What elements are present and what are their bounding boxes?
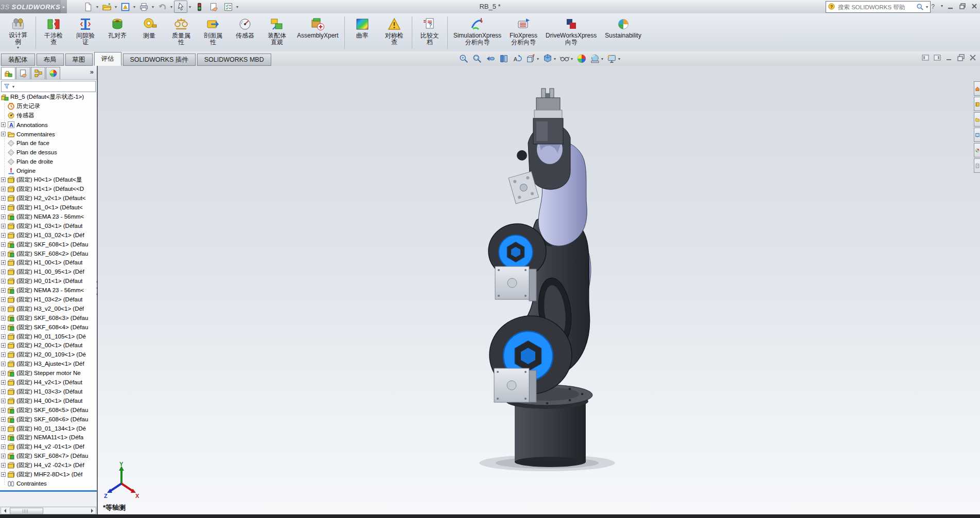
tree-item[interactable]: +(固定) H3_Ajuste<1> (Déf — [0, 360, 96, 369]
taskpane-file-explorer-tab[interactable] — [974, 112, 980, 127]
edit-appearance-button[interactable] — [576, 53, 587, 64]
ribbon-floxpress-button[interactable]: FloXpress分析向导 — [505, 14, 541, 51]
search-input[interactable] — [837, 4, 915, 11]
tree-item[interactable]: Plan de droite — [0, 157, 96, 166]
tree-item[interactable]: 历史记录 — [0, 102, 96, 111]
print-button[interactable] — [137, 1, 150, 13]
undo-dropdown-icon[interactable]: ▾ — [170, 5, 173, 9]
tree-item[interactable]: +(固定) SKF_608<3> (Défau — [0, 313, 96, 323]
ribbon-interference-check-button[interactable]: 干涉检查 — [38, 14, 69, 51]
expand-plus-icon[interactable]: + — [1, 177, 6, 182]
expand-plus-icon[interactable]: + — [1, 417, 6, 422]
tree-item[interactable]: Plan de dessus — [0, 148, 96, 157]
tree-item[interactable]: +(固定) Stepper motor Ne — [0, 369, 96, 378]
tree-item[interactable]: +(固定) H1_03<3> (Défaut — [0, 387, 96, 397]
tree-item[interactable]: +(固定) SKF_608<7> (Défau — [0, 452, 96, 461]
tab-装配体[interactable]: 装配体 — [1, 53, 35, 66]
scrollbar-thumb[interactable] — [10, 508, 43, 514]
tree-item[interactable]: +(固定) H1_03<2> (Défaut — [0, 295, 96, 305]
expand-plus-icon[interactable]: + — [1, 297, 6, 302]
ribbon-symmetry-check-button[interactable]: 对称检查 — [378, 14, 410, 51]
select-dropdown-icon[interactable]: ▾ — [188, 5, 191, 9]
expand-plus-icon[interactable]: + — [1, 399, 6, 403]
scroll-left-arrow-icon[interactable] — [1, 507, 8, 514]
tree-item[interactable]: +(固定) NEMA11<1> (Défa — [0, 433, 96, 442]
graphics-viewport[interactable]: Y Z X *等轴测 — [98, 66, 980, 514]
tree-item[interactable]: +(固定) H1<1> (Défaut<<D — [0, 185, 96, 194]
taskpane-resources-tab[interactable] — [974, 81, 980, 96]
ribbon-compare-documents-button[interactable]: ?比较文档 — [414, 14, 446, 51]
options-button[interactable] — [221, 1, 235, 13]
expand-plus-icon[interactable]: + — [1, 389, 6, 394]
taskpane-view-palette-tab[interactable] — [974, 128, 980, 142]
tree-item[interactable]: +Commentaires — [0, 130, 96, 139]
close-document-button[interactable] — [969, 53, 977, 63]
tree-item[interactable]: +(固定) H2_v2<1> (Défaut< — [0, 194, 96, 203]
toggle-display-pane-button[interactable] — [933, 53, 941, 63]
tree-item[interactable]: +(固定) H1_00_95<1> (Déf — [0, 267, 96, 277]
ribbon-simulationxpress-button[interactable]: SimulationXpress分析向导 — [449, 14, 505, 51]
view-orientation-dropdown-icon[interactable]: ▾ — [536, 57, 539, 61]
expand-plus-icon[interactable]: + — [1, 454, 6, 458]
expand-plus-icon[interactable]: + — [1, 260, 6, 265]
tab-solidworks-插件[interactable]: SOLIDWORKS 插件 — [123, 53, 196, 66]
expand-plus-icon[interactable]: + — [1, 233, 6, 238]
ribbon-assembly-visualization-button[interactable]: 装配体直观 — [261, 14, 293, 51]
taskpane-custom-properties-tab[interactable] — [974, 158, 980, 173]
expand-plus-icon[interactable]: + — [1, 408, 6, 413]
help-search-box[interactable]: ? ▾ — [826, 1, 931, 13]
toggle-featuremanager-pane-button[interactable] — [921, 53, 930, 63]
hide-show-items-button[interactable]: ▾ — [559, 53, 574, 64]
propertymanager-tab[interactable] — [16, 67, 30, 79]
expand-plus-icon[interactable]: + — [1, 334, 6, 339]
rotate-view-button[interactable]: A — [512, 53, 523, 64]
restore-button[interactable] — [957, 1, 967, 11]
search-icon[interactable] — [916, 3, 924, 11]
tree-item[interactable]: +(固定) H2_00_109<1> (Dé — [0, 350, 96, 360]
expand-plus-icon[interactable]: + — [1, 242, 6, 247]
expand-plus-icon[interactable]: + — [1, 352, 6, 357]
tree-item[interactable]: +AAnnotations — [0, 120, 96, 130]
minimize-button[interactable] — [946, 1, 955, 11]
expand-plus-icon[interactable]: + — [1, 435, 6, 440]
ribbon-measure-button[interactable]: 测量 — [133, 14, 165, 51]
tree-item[interactable]: +(固定) H0_01_105<1> (Dé — [0, 332, 96, 341]
ribbon-sensor-button[interactable]: 传感器 — [229, 14, 261, 51]
tab-草图[interactable]: 草图 — [65, 53, 93, 66]
zoom-to-area-button[interactable] — [471, 53, 483, 64]
new-document-dropdown-icon[interactable]: ▾ — [96, 5, 99, 9]
print-dropdown-icon[interactable]: ▾ — [151, 5, 154, 9]
tree-item[interactable]: +(固定) SKF_608<6> (Défau — [0, 415, 96, 424]
configurationmanager-tab[interactable] — [31, 67, 45, 79]
ribbon-mass-properties-button[interactable]: 质量属性 — [165, 14, 197, 51]
tree-item[interactable]: +(固定) H0_01<1> (Défaut — [0, 277, 96, 286]
ribbon-sustainability-button[interactable]: Sustainability — [601, 14, 645, 51]
tree-item[interactable]: +(固定) H0_01_134<1> (Dé — [0, 424, 96, 433]
expand-plus-icon[interactable]: + — [1, 316, 6, 320]
tree-item[interactable]: +(固定) H1_03<1> (Défaut — [0, 221, 96, 230]
tab-solidworks-mbd[interactable]: SOLIDWORKS MBD — [197, 53, 271, 66]
expand-plus-icon[interactable]: + — [1, 224, 6, 228]
section-view-button[interactable] — [498, 53, 510, 64]
expand-plus-icon[interactable]: + — [1, 270, 6, 274]
minimize-document-button[interactable] — [945, 53, 953, 63]
expand-plus-icon[interactable]: + — [1, 472, 6, 477]
tree-item[interactable]: +(固定) H4_v2<1> (Défaut — [0, 378, 96, 387]
expand-plus-icon[interactable]: + — [1, 380, 6, 385]
apply-scene-button[interactable]: ▾ — [589, 53, 604, 64]
expand-plus-icon[interactable]: + — [1, 215, 6, 219]
save-dropdown-icon[interactable]: ▾ — [133, 5, 136, 9]
tree-item[interactable]: +(固定) H3_v2_00<1> (Déf — [0, 304, 96, 313]
tree-item[interactable]: +(固定) H1_03_02<1> (Déf — [0, 230, 96, 240]
open-button[interactable] — [100, 1, 113, 13]
expand-plus-icon[interactable]: + — [1, 252, 6, 256]
filter-dropdown-icon[interactable]: ▾ — [12, 84, 15, 89]
tree-item[interactable]: +(固定) SKF_608<5> (Défau — [0, 405, 96, 415]
tree-item[interactable]: +(固定) SKF_608<2> (Défau — [0, 249, 96, 258]
tree-filter[interactable]: ▾ — [1, 81, 96, 92]
previous-view-button[interactable] — [485, 53, 496, 64]
manager-overflow-chevron[interactable]: » — [90, 68, 94, 76]
expand-plus-icon[interactable]: + — [1, 279, 6, 283]
ribbon-design-study-button[interactable]: 设计算例▾ — [2, 14, 34, 51]
panel-collapse-arrows-icon[interactable] — [95, 280, 97, 303]
